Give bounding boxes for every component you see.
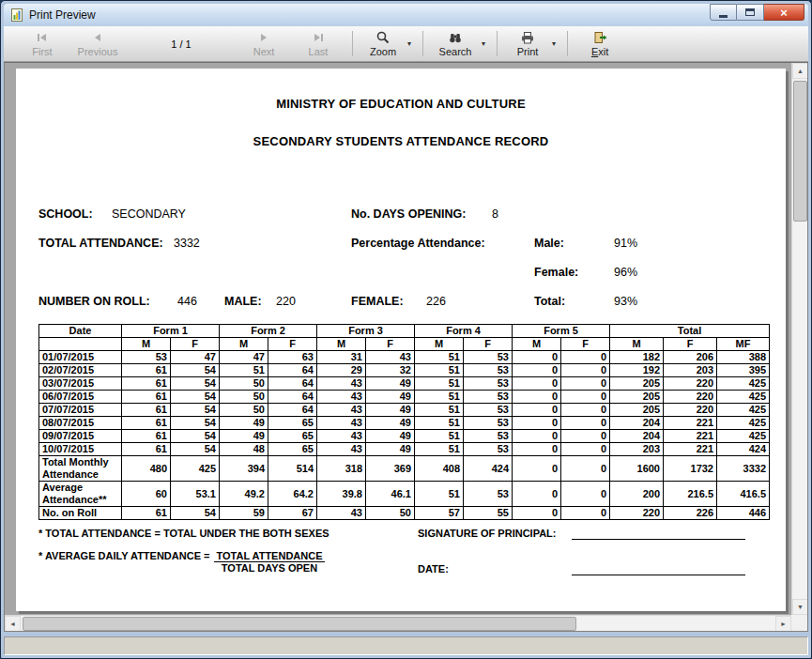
- previous-button-label: Previous: [78, 46, 118, 57]
- value-cell: 64: [268, 391, 317, 404]
- row-label-cell: Total Monthly Attendance: [39, 456, 122, 482]
- value-cell: 220: [664, 404, 717, 417]
- column-subheader: F: [268, 338, 317, 351]
- first-button[interactable]: First: [15, 26, 69, 61]
- previous-button[interactable]: Previous: [69, 26, 126, 61]
- value-cell: 63: [268, 351, 317, 364]
- value-cell: 0: [561, 364, 610, 377]
- roll-female-label: FEMALE:: [351, 295, 404, 308]
- value-cell: 1732: [664, 456, 717, 482]
- search-dropdown-arrow-icon[interactable]: ▾: [481, 26, 490, 61]
- value-cell: 65: [268, 430, 317, 443]
- search-icon: [448, 30, 463, 45]
- value-cell: 61: [122, 364, 171, 377]
- print-button[interactable]: Print: [504, 26, 551, 61]
- value-cell: 50: [220, 391, 268, 404]
- maximize-icon: [745, 8, 755, 16]
- table-row: 10/07/2015615448654349515300203221424: [39, 443, 770, 456]
- scroll-left-icon[interactable]: ◄: [5, 616, 21, 632]
- value-cell: 480: [122, 456, 171, 482]
- column-group-header: Form 5: [513, 325, 610, 338]
- titlebar[interactable]: Print Preview ×: [4, 4, 808, 26]
- minimize-button[interactable]: [710, 4, 737, 21]
- male-percentage-value: 91%: [614, 237, 637, 250]
- school-value: SECONDARY: [112, 207, 186, 221]
- exit-button-label: Exit: [591, 46, 608, 57]
- scroll-right-icon[interactable]: ►: [775, 616, 791, 632]
- number-on-roll-value: 446: [177, 295, 197, 308]
- date-label: DATE:: [418, 563, 449, 575]
- value-cell: 61: [122, 377, 171, 391]
- row-label-cell: 10/07/2015: [39, 443, 122, 456]
- search-button-group: Search ▾: [430, 26, 490, 61]
- print-dropdown-arrow-icon[interactable]: ▾: [551, 26, 560, 61]
- value-cell: 394: [220, 456, 268, 482]
- next-button[interactable]: Next: [237, 26, 291, 61]
- value-cell: 203: [610, 443, 664, 456]
- roll-male-value: 220: [276, 295, 296, 308]
- value-cell: 205: [610, 377, 664, 391]
- school-label: SCHOOL:: [38, 207, 93, 221]
- value-cell: 51: [415, 351, 464, 364]
- value-cell: 54: [171, 443, 220, 456]
- column-group-header: Form 3: [317, 325, 415, 338]
- value-cell: 0: [513, 456, 561, 482]
- value-cell: 49: [366, 417, 415, 430]
- row-label-cell: 07/07/2015: [39, 404, 122, 417]
- female-percentage-value: 96%: [614, 266, 637, 279]
- value-cell: 425: [717, 404, 770, 417]
- search-button[interactable]: Search: [430, 26, 481, 61]
- value-cell: 61: [122, 417, 171, 430]
- next-page-icon: [256, 30, 271, 45]
- value-cell: 31: [317, 351, 366, 364]
- table-row: 07/07/2015615450644349515300205220425: [39, 404, 770, 417]
- table-row: 09/07/2015615449654349515300204221425: [39, 430, 770, 443]
- value-cell: 64: [268, 404, 317, 417]
- close-button[interactable]: ×: [764, 4, 804, 21]
- last-button[interactable]: Last: [291, 26, 345, 61]
- scroll-up-icon[interactable]: ▲: [792, 63, 808, 79]
- male-percentage-label: Male:: [534, 237, 564, 250]
- zoom-button[interactable]: Zoom: [360, 26, 406, 61]
- exit-button[interactable]: Exit: [575, 26, 625, 61]
- value-cell: 57: [415, 507, 464, 520]
- note-average-attendance: * AVERAGE DAILY ATTENDANCE =TOTAL ATTEND…: [38, 550, 325, 574]
- maximize-button[interactable]: [737, 4, 764, 21]
- vertical-scrollbar[interactable]: ▲ ▼: [791, 63, 807, 615]
- close-icon: ×: [780, 6, 788, 20]
- vertical-scrollbar-thumb[interactable]: [793, 81, 807, 222]
- total-attendance-label: TOTAL ATTENDANCE:: [38, 237, 163, 250]
- zoom-dropdown-arrow-icon[interactable]: ▾: [406, 26, 416, 61]
- toolbar: First Previous 1 / 1 Next Last: [4, 26, 808, 62]
- value-cell: 49: [220, 430, 268, 443]
- value-cell: 65: [268, 443, 317, 456]
- value-cell: 0: [513, 443, 561, 456]
- value-cell: 43: [317, 404, 366, 417]
- scroll-down-icon[interactable]: ▼: [792, 599, 808, 615]
- value-cell: 0: [513, 482, 561, 507]
- value-cell: 43: [317, 507, 366, 520]
- value-cell: 53: [464, 377, 513, 391]
- value-cell: 0: [561, 377, 610, 391]
- value-cell: 205: [610, 391, 664, 404]
- value-cell: 43: [317, 377, 366, 391]
- value-cell: 53: [464, 417, 513, 430]
- value-cell: 388: [717, 351, 770, 364]
- value-cell: 46.1: [366, 482, 415, 507]
- table-row: Total Monthly Attendance4804253945143183…: [39, 456, 770, 482]
- value-cell: 206: [664, 351, 717, 364]
- horizontal-scrollbar[interactable]: ◄ ►: [5, 615, 791, 631]
- previous-page-icon: [90, 30, 105, 45]
- value-cell: 424: [717, 443, 770, 456]
- total-attendance-value: 3332: [174, 237, 200, 250]
- value-cell: 369: [366, 456, 415, 482]
- value-cell: 424: [464, 456, 513, 482]
- horizontal-scrollbar-thumb[interactable]: [23, 617, 576, 631]
- table-row: 06/07/2015615450644349515300205220425: [39, 391, 770, 404]
- value-cell: 53: [464, 351, 513, 364]
- value-cell: 416.5: [717, 482, 770, 507]
- value-cell: 60: [122, 482, 171, 507]
- value-cell: 51: [415, 391, 464, 404]
- value-cell: 53: [464, 391, 513, 404]
- preview-area: MINISTRY OF EDUCATION AND CULTURE SECOND…: [4, 62, 808, 632]
